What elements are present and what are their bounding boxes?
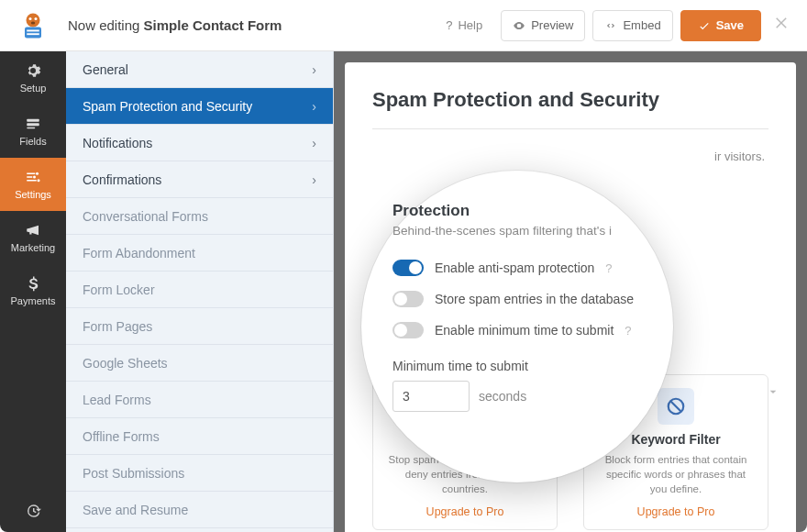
check-icon [698,19,711,32]
card-cta[interactable]: Upgrade to Pro [599,505,753,518]
dollar-icon [25,275,41,292]
card-cta[interactable]: Upgrade to Pro [388,505,542,518]
sidebar-item[interactable]: Lead Forms [66,382,333,418]
embed-label: Embed [623,18,660,32]
close-icon [774,15,790,31]
toggle-store-spam-label: Store spam entries in the database [435,292,634,306]
sidebar-item-label: Post Submissions [83,466,184,481]
embed-button[interactable]: Embed [592,10,672,41]
sidebar-item-label: Conversational Forms [83,209,208,224]
sidebar-item[interactable]: Offline Forms [66,418,333,455]
sidebar-item-label: Form Abandonment [83,246,195,260]
svg-rect-9 [27,127,35,129]
toggle-store-spam[interactable] [392,291,424,307]
sidebar-item[interactable]: Google Sheets [66,345,333,382]
sidebar-item[interactable]: Save and Resume [66,492,333,528]
sidebar-item[interactable]: Form Locker [66,272,333,308]
topbar: Now editing Simple Contact Form ? Help P… [0,0,807,51]
svg-point-1 [29,17,32,20]
svg-rect-6 [27,33,39,35]
rail-setup-label: Setup [20,83,47,94]
rail-payments-label: Payments [11,295,56,306]
toggle-min-time-label: Enable minimum time to submit [435,323,614,338]
help-label: Help [458,18,482,32]
svg-point-2 [35,17,38,20]
chevron-right-icon: › [312,62,316,77]
sidebar-item-label: Confirmations [83,172,161,187]
divider [372,128,768,129]
help-icon[interactable]: ? [605,261,612,275]
sidebar-item[interactable]: Conversational Forms [66,198,333,235]
min-time-input[interactable] [392,381,470,412]
sidebar-item[interactable]: Spam Protection and Security› [66,88,333,125]
help-icon: ? [446,18,452,32]
help-link[interactable]: ? Help [435,10,493,41]
toggle-anti-spam-label: Enable anti-spam protection [435,260,594,275]
sidebar-item-label: Spam Protection and Security [83,99,252,114]
gear-icon [25,62,41,79]
svg-point-11 [33,176,36,179]
sidebar-item-label: Lead Forms [83,393,151,407]
close-button[interactable] [774,15,790,36]
preview-label: Preview [531,18,573,32]
svg-line-14 [671,402,681,412]
intro-text: ir visitors. [372,150,768,163]
sliders-icon [25,169,41,185]
canvas: Spam Protection and Security ir visitors… [345,62,796,532]
svg-rect-5 [27,29,39,31]
sidebar-item[interactable]: General› [66,51,333,88]
preview-button[interactable]: Preview [501,10,585,41]
min-time-unit: seconds [479,389,526,404]
code-icon [604,19,617,32]
rail-settings-label: Settings [15,189,51,200]
content-area: Spam Protection and Security ir visitors… [334,51,807,532]
svg-rect-8 [27,123,39,126]
sidebar-item-label: Google Sheets [83,356,168,371]
save-button[interactable]: Save [680,10,761,41]
rail-fields[interactable]: Fields [0,105,66,158]
sidebar-item[interactable]: Form Pages [66,308,333,345]
help-icon[interactable]: ? [625,324,631,338]
nav-rail: Setup Fields Settings Marketing Payments [0,51,66,532]
sidebar-item[interactable]: Confirmations› [66,161,333,198]
svg-point-0 [27,13,40,27]
eye-icon [513,19,525,32]
rail-history[interactable] [0,490,66,532]
intro-tail: ir visitors. [714,150,765,163]
sidebar-item-label: Form Pages [83,319,152,334]
toggle-anti-spam[interactable] [392,260,424,276]
brand-logo [17,9,50,42]
fields-icon [25,116,41,132]
card-desc: Block form entries that contain specific… [599,452,753,496]
rail-marketing[interactable]: Marketing [0,211,66,264]
history-icon [25,503,41,519]
svg-rect-4 [25,27,41,38]
editing-prefix: Now editing [68,17,139,33]
rail-settings[interactable]: Settings [0,158,66,211]
editing-label: Now editing Simple Contact Form [68,17,282,33]
svg-rect-7 [27,119,39,122]
svg-point-10 [36,172,39,175]
chevron-down-icon[interactable] [766,384,780,399]
toggle-min-time[interactable] [392,322,424,338]
sidebar-item[interactable]: Notifications› [66,125,333,161]
rail-fields-label: Fields [19,136,46,147]
sidebar-item-label: General [83,62,128,77]
rail-setup[interactable]: Setup [0,51,66,105]
save-label: Save [716,18,744,32]
chevron-right-icon: › [312,136,316,150]
sidebar-item-label: Offline Forms [83,429,160,444]
chevron-right-icon: › [312,172,316,187]
svg-point-12 [38,179,40,182]
sidebar-item[interactable]: Form Abandonment [66,235,333,272]
sidebar-item-label: Notifications [83,136,152,150]
sidebar-item[interactable]: Post Submissions [66,455,333,492]
zoom-lens: Protection Behind-the-scenes spam filter… [361,171,673,482]
min-time-label: Minimum time to submit [392,359,646,373]
rail-payments[interactable]: Payments [0,264,66,317]
block-icon [658,388,694,425]
chevron-right-icon: › [312,99,316,114]
protection-heading: Protection [392,202,646,220]
megaphone-icon [25,222,41,238]
sidebar-item-label: Save and Resume [83,503,188,517]
